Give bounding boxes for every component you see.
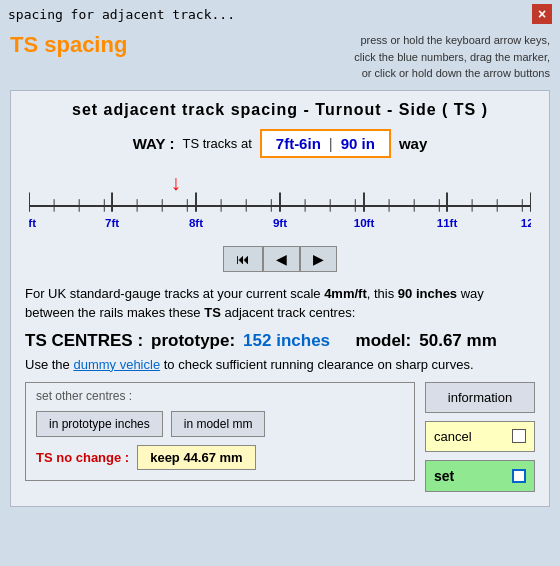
value-feet[interactable]: 7ft-6in — [276, 135, 321, 152]
panel-title: set adjacent track spacing - Turnout - S… — [25, 101, 535, 119]
model-value: 50.67 mm — [419, 331, 497, 351]
nav-first-button[interactable]: ⏮ — [223, 246, 263, 272]
svg-text:12ft: 12ft — [521, 217, 531, 229]
svg-text:11ft: 11ft — [437, 217, 458, 229]
dummy-vehicle-link[interactable]: dummy vehicle — [73, 357, 160, 372]
model-label: model: — [356, 331, 412, 351]
information-button[interactable]: information — [425, 382, 535, 413]
no-change-row: TS no change : keep 44.67 mm — [36, 445, 404, 470]
help-text: press or hold the keyboard arrow keys, c… — [354, 32, 550, 82]
set-checkbox[interactable] — [512, 469, 526, 483]
way-value-box[interactable]: 7ft-6in | 90 in — [260, 129, 391, 158]
set-other-box: set other centres : in prototype inches … — [25, 382, 415, 481]
nav-buttons: ⏮ ◀ ▶ — [25, 246, 535, 272]
bottom-section: set other centres : in prototype inches … — [25, 382, 535, 492]
keep-value-box: keep 44.67 mm — [137, 445, 256, 470]
value-inches[interactable]: 90 in — [341, 135, 375, 152]
ruler[interactable]: ↓ 6ft 7ft 8ft — [29, 168, 531, 240]
set-button[interactable]: set — [425, 460, 535, 492]
separator: | — [329, 135, 333, 152]
proto-label: prototype: — [151, 331, 235, 351]
set-other-buttons: in prototype inches in model mm — [36, 411, 404, 437]
page-title: TS spacing — [10, 32, 127, 58]
info-paragraph: For UK standard-gauge tracks at your cur… — [25, 284, 535, 323]
svg-text:9ft: 9ft — [273, 217, 287, 229]
way-end-label: way — [399, 135, 427, 152]
cancel-button[interactable]: cancel — [425, 421, 535, 452]
svg-text:↓: ↓ — [170, 171, 181, 194]
svg-text:8ft: 8ft — [189, 217, 203, 229]
svg-text:6ft: 6ft — [29, 217, 36, 229]
dummy-text: Use the dummy vehicle to check sufficien… — [25, 357, 535, 372]
no-change-label: TS no change : — [36, 450, 129, 465]
centres-label: TS CENTRES : — [25, 331, 143, 351]
model-mm-button[interactable]: in model mm — [171, 411, 266, 437]
nav-next-button[interactable]: ▶ — [300, 246, 337, 272]
way-label: WAY : — [133, 135, 175, 152]
nav-prev-button[interactable]: ◀ — [263, 246, 300, 272]
close-button[interactable]: × — [532, 4, 552, 24]
prototype-inches-button[interactable]: in prototype inches — [36, 411, 163, 437]
title-bar-text: spacing for adjacent track... — [8, 7, 235, 22]
centres-row: TS CENTRES : prototype: 152 inches model… — [25, 331, 535, 351]
proto-value[interactable]: 152 inches — [243, 331, 330, 351]
tracks-at-label: TS tracks at — [182, 136, 251, 151]
cancel-checkbox[interactable] — [512, 429, 526, 443]
set-other-title: set other centres : — [36, 389, 404, 403]
svg-text:10ft: 10ft — [354, 217, 375, 229]
svg-text:7ft: 7ft — [105, 217, 119, 229]
right-buttons: information cancel set — [425, 382, 535, 492]
